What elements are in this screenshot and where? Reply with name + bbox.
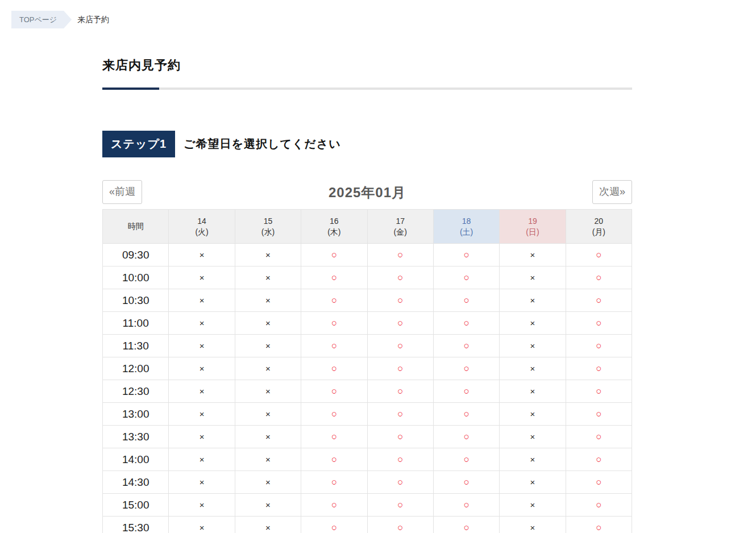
slot-available-18-11:00[interactable]: ○: [433, 312, 499, 335]
slot-available-20-12:00[interactable]: ○: [566, 357, 632, 380]
unavailable-cross-icon: ×: [200, 273, 205, 282]
slot-unavailable-14-09:30: ×: [169, 244, 235, 266]
time-slot-row-15:00: 15:00××○○○×○: [103, 494, 632, 517]
slot-available-17-13:00[interactable]: ○: [367, 403, 433, 426]
slot-available-20-15:30[interactable]: ○: [566, 517, 632, 533]
slot-available-16-11:30[interactable]: ○: [301, 335, 367, 357]
slot-unavailable-15-13:00: ×: [235, 403, 301, 426]
slot-available-17-10:30[interactable]: ○: [367, 289, 433, 312]
unavailable-cross-icon: ×: [530, 250, 535, 260]
next-week-button[interactable]: 次週»: [592, 180, 632, 204]
slot-available-17-15:30[interactable]: ○: [367, 517, 433, 533]
slot-available-17-12:30[interactable]: ○: [367, 380, 433, 403]
slot-unavailable-19-14:00: ×: [500, 448, 566, 471]
time-slot-row-14:00: 14:00××○○○×○: [103, 448, 632, 471]
available-circle-icon: ○: [463, 522, 469, 533]
unavailable-cross-icon: ×: [265, 523, 271, 532]
slot-available-18-13:30[interactable]: ○: [433, 426, 499, 448]
available-circle-icon: ○: [331, 409, 337, 419]
unavailable-cross-icon: ×: [265, 318, 271, 328]
slot-available-20-15:00[interactable]: ○: [566, 494, 632, 517]
slot-available-17-11:30[interactable]: ○: [367, 335, 433, 357]
slot-available-18-12:00[interactable]: ○: [433, 357, 499, 380]
slot-available-16-14:00[interactable]: ○: [301, 448, 367, 471]
time-label: 15:30: [103, 517, 169, 533]
unavailable-cross-icon: ×: [265, 386, 271, 396]
slot-unavailable-14-12:30: ×: [169, 380, 235, 403]
slot-available-20-13:00[interactable]: ○: [566, 403, 632, 426]
time-slot-row-12:30: 12:30××○○○×○: [103, 380, 632, 403]
month-label: 2025年01月: [329, 184, 406, 202]
slot-available-16-09:30[interactable]: ○: [301, 244, 367, 266]
unavailable-cross-icon: ×: [530, 409, 535, 419]
slot-available-16-13:00[interactable]: ○: [301, 403, 367, 426]
slot-available-20-10:00[interactable]: ○: [566, 266, 632, 289]
slot-available-16-11:00[interactable]: ○: [301, 312, 367, 335]
slot-available-20-12:30[interactable]: ○: [566, 380, 632, 403]
slot-available-18-11:30[interactable]: ○: [433, 335, 499, 357]
slot-available-17-14:30[interactable]: ○: [367, 471, 433, 494]
slot-available-18-09:30[interactable]: ○: [433, 244, 499, 266]
available-circle-icon: ○: [397, 431, 403, 442]
slot-unavailable-19-13:30: ×: [500, 426, 566, 448]
slot-unavailable-15-11:30: ×: [235, 335, 301, 357]
unavailable-cross-icon: ×: [200, 455, 205, 464]
available-circle-icon: ○: [463, 477, 469, 488]
unavailable-cross-icon: ×: [200, 409, 205, 419]
available-circle-icon: ○: [463, 386, 469, 397]
slot-available-18-10:30[interactable]: ○: [433, 289, 499, 312]
slot-available-18-12:30[interactable]: ○: [433, 380, 499, 403]
unavailable-cross-icon: ×: [265, 409, 271, 419]
available-circle-icon: ○: [463, 272, 469, 283]
slot-available-20-11:00[interactable]: ○: [566, 312, 632, 335]
prev-week-button[interactable]: «前週: [102, 180, 142, 204]
slot-available-20-10:30[interactable]: ○: [566, 289, 632, 312]
slot-available-20-14:30[interactable]: ○: [566, 471, 632, 494]
slot-available-16-12:00[interactable]: ○: [301, 357, 367, 380]
slot-available-16-15:00[interactable]: ○: [301, 494, 367, 517]
slot-available-17-14:00[interactable]: ○: [367, 448, 433, 471]
slot-unavailable-14-11:30: ×: [169, 335, 235, 357]
time-label: 13:30: [103, 426, 169, 448]
available-circle-icon: ○: [397, 295, 403, 306]
week-navigation: «前週 2025年01月 次週»: [102, 180, 632, 205]
available-circle-icon: ○: [463, 340, 469, 351]
slot-available-17-10:00[interactable]: ○: [367, 266, 433, 289]
slot-available-18-14:00[interactable]: ○: [433, 448, 499, 471]
available-circle-icon: ○: [596, 409, 601, 419]
slot-available-18-10:00[interactable]: ○: [433, 266, 499, 289]
slot-available-16-12:30[interactable]: ○: [301, 380, 367, 403]
slot-available-16-14:30[interactable]: ○: [301, 471, 367, 494]
unavailable-cross-icon: ×: [530, 318, 535, 328]
time-label: 10:30: [103, 289, 169, 312]
slot-available-17-11:00[interactable]: ○: [367, 312, 433, 335]
slot-available-17-09:30[interactable]: ○: [367, 244, 433, 266]
slot-unavailable-19-13:00: ×: [500, 403, 566, 426]
slot-available-18-14:30[interactable]: ○: [433, 471, 499, 494]
slot-available-18-13:00[interactable]: ○: [433, 403, 499, 426]
slot-available-16-15:30[interactable]: ○: [301, 517, 367, 533]
slot-available-16-13:30[interactable]: ○: [301, 426, 367, 448]
breadcrumb-top-link[interactable]: TOPページ: [11, 11, 72, 28]
slot-unavailable-15-14:00: ×: [235, 448, 301, 471]
slot-unavailable-19-10:30: ×: [500, 289, 566, 312]
slot-available-20-11:30[interactable]: ○: [566, 335, 632, 357]
slot-available-20-14:00[interactable]: ○: [566, 448, 632, 471]
slot-available-16-10:00[interactable]: ○: [301, 266, 367, 289]
slot-available-17-15:00[interactable]: ○: [367, 494, 433, 517]
slot-available-20-13:30[interactable]: ○: [566, 426, 632, 448]
time-column-header: 時間: [103, 210, 169, 244]
slot-available-16-10:30[interactable]: ○: [301, 289, 367, 312]
slot-available-17-13:30[interactable]: ○: [367, 426, 433, 448]
slot-available-20-09:30[interactable]: ○: [566, 244, 632, 266]
slot-available-18-15:30[interactable]: ○: [433, 517, 499, 533]
slot-available-18-15:00[interactable]: ○: [433, 494, 499, 517]
unavailable-cross-icon: ×: [530, 500, 535, 510]
slot-unavailable-15-15:00: ×: [235, 494, 301, 517]
slot-unavailable-19-11:30: ×: [500, 335, 566, 357]
slot-available-17-12:00[interactable]: ○: [367, 357, 433, 380]
available-circle-icon: ○: [463, 363, 469, 374]
time-label: 10:00: [103, 266, 169, 289]
available-circle-icon: ○: [331, 431, 337, 442]
slot-unavailable-14-14:00: ×: [169, 448, 235, 471]
